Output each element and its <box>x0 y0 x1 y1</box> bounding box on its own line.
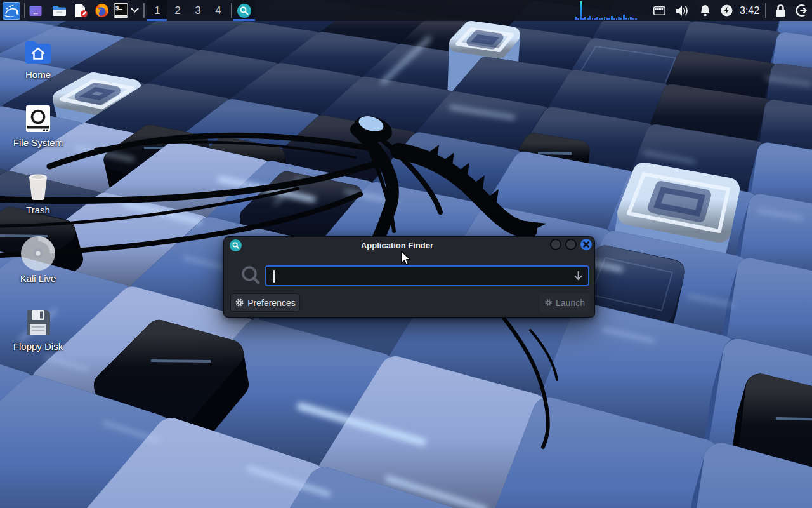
svg-text:$: $ <box>115 6 119 12</box>
